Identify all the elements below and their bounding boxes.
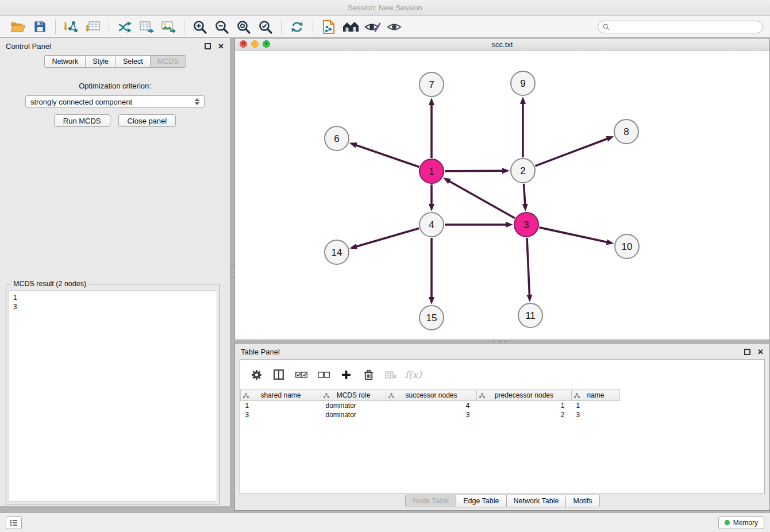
graph-edge-2-3[interactable] <box>523 184 525 205</box>
column-header-predecessor-nodes[interactable]: predecessor nodes <box>477 390 572 401</box>
import-network-icon <box>64 20 79 34</box>
table-cell: 1 <box>241 401 321 410</box>
zoom-fit-button[interactable] <box>234 18 253 36</box>
criterion-dropdown-value: strongly connected component <box>30 98 132 106</box>
column-label: name <box>587 391 604 399</box>
graph-node-label: 7 <box>429 79 434 90</box>
refresh-icon <box>290 20 304 34</box>
run-mcds-button[interactable]: Run MCDS <box>54 114 110 127</box>
float-table-panel-button[interactable] <box>744 349 750 355</box>
column-label: MCDS role <box>337 391 371 399</box>
save-session-button[interactable] <box>30 18 49 36</box>
column-type-icon <box>243 393 249 398</box>
show-hide-graphics-button[interactable] <box>384 18 404 36</box>
toolbar-separator <box>313 20 313 34</box>
tab-network[interactable]: Network <box>44 55 86 68</box>
select-all-rows-button[interactable] <box>294 368 308 381</box>
crossing-arrows-icon <box>117 20 132 34</box>
table-panel-header: Table Panel ✕ <box>235 344 769 360</box>
style-eye-edit-button[interactable] <box>363 18 382 36</box>
export-table-button[interactable] <box>137 18 156 36</box>
column-type-icon <box>324 393 329 398</box>
zoom-selected-button[interactable] <box>256 18 275 36</box>
table-row[interactable]: 1dominator411 <box>241 401 620 410</box>
main-toolbar <box>0 16 770 38</box>
network-document-icon <box>322 20 335 34</box>
criterion-dropdown[interactable]: strongly connected component <box>25 95 205 108</box>
graph-edge-arrow <box>429 297 434 304</box>
import-table-button[interactable] <box>83 18 103 36</box>
vertical-splitter-handle[interactable] <box>231 265 234 278</box>
list-icon <box>10 519 18 526</box>
optimization-criterion-label: Optimization criterion: <box>0 82 230 90</box>
gear-icon <box>251 369 262 380</box>
open-file-button[interactable] <box>8 18 28 36</box>
maximize-window-button[interactable]: + <box>263 40 270 48</box>
table-row[interactable]: 3dominator323 <box>241 410 620 419</box>
graph-edge-3-11[interactable] <box>527 238 529 296</box>
mcds-buttons-row: Run MCDS Close panel <box>0 114 230 127</box>
split-columns-button[interactable] <box>272 368 286 381</box>
zoom-out-icon <box>214 20 229 34</box>
close-panel-action-button[interactable]: Close panel <box>118 114 176 127</box>
network-canvas[interactable]: 7968124314101511 <box>235 51 769 340</box>
export-image-button[interactable] <box>159 18 178 36</box>
float-panel-button[interactable] <box>205 43 211 49</box>
column-header-successor-nodes[interactable]: successor nodes <box>386 390 477 401</box>
tab-select[interactable]: Select <box>116 55 151 68</box>
network-arrows-button[interactable] <box>115 18 134 36</box>
column-header-shared-name[interactable]: shared name <box>241 390 321 401</box>
mcds-result-list[interactable]: 1 3 <box>9 290 217 502</box>
graph-edge-arrow <box>520 97 526 104</box>
column-header-name[interactable]: name <box>572 390 620 401</box>
import-network-button[interactable] <box>61 18 81 36</box>
unchecked-boxes-icon <box>318 371 330 379</box>
graph-edge-1-6[interactable] <box>355 145 419 167</box>
toolbar-separator <box>184 20 184 34</box>
graph-edge-4-14[interactable] <box>356 228 419 246</box>
tab-mcds[interactable]: MCDS <box>150 55 186 68</box>
graph-node-label: 14 <box>332 247 342 258</box>
refresh-view-button[interactable] <box>287 18 307 36</box>
show-all-networks-button[interactable] <box>341 18 360 36</box>
open-network-file-button[interactable] <box>319 18 338 36</box>
checked-boxes-icon <box>295 371 307 379</box>
zoom-fit-icon <box>236 20 251 34</box>
table-cell: 3 <box>386 410 477 419</box>
close-table-panel-button[interactable]: ✕ <box>757 348 764 356</box>
memory-label: Memory <box>733 519 758 527</box>
tab-style[interactable]: Style <box>85 55 116 68</box>
export-image-icon <box>161 20 176 33</box>
graph-edge-2-8[interactable] <box>536 138 609 166</box>
graph-edge-3-10[interactable] <box>539 228 607 242</box>
graph-node-label: 3 <box>523 219 529 230</box>
close-window-button[interactable]: ✕ <box>240 40 247 48</box>
delete-rows-button[interactable] <box>361 368 375 381</box>
table-cell: 3 <box>572 410 620 419</box>
panel-toggle-button[interactable] <box>6 516 22 529</box>
graph-edge-3-1[interactable] <box>449 181 515 218</box>
table-container: f(x) shared name <box>240 359 765 494</box>
save-icon <box>34 21 46 33</box>
network-view-window: ✕ − + scc.txt 7968124314101511 <box>234 38 770 340</box>
zoom-in-button[interactable] <box>190 18 210 36</box>
deselect-all-rows-button[interactable] <box>317 368 330 381</box>
column-header-mcds-role[interactable]: MCDS role <box>321 390 386 401</box>
search-field[interactable] <box>598 21 763 33</box>
tab-edge-table[interactable]: Edge Table <box>456 495 506 507</box>
split-columns-icon <box>274 369 284 380</box>
minimize-window-button[interactable]: − <box>251 40 259 48</box>
close-panel-button[interactable]: ✕ <box>218 43 224 50</box>
zoom-out-button[interactable] <box>212 18 232 36</box>
memory-button[interactable]: Memory <box>718 516 764 529</box>
tab-network-table[interactable]: Network Table <box>506 495 567 507</box>
column-label: predecessor nodes <box>495 391 553 399</box>
open-folder-icon <box>10 21 25 33</box>
graph-edge-arrow <box>506 222 513 228</box>
tab-motifs[interactable]: Motifs <box>565 495 599 507</box>
search-input[interactable] <box>613 23 758 31</box>
add-row-button[interactable] <box>339 368 353 381</box>
tab-node-table[interactable]: Node Table <box>405 495 456 507</box>
graph-edge-1-2[interactable] <box>445 171 503 171</box>
table-settings-button[interactable] <box>249 368 263 381</box>
